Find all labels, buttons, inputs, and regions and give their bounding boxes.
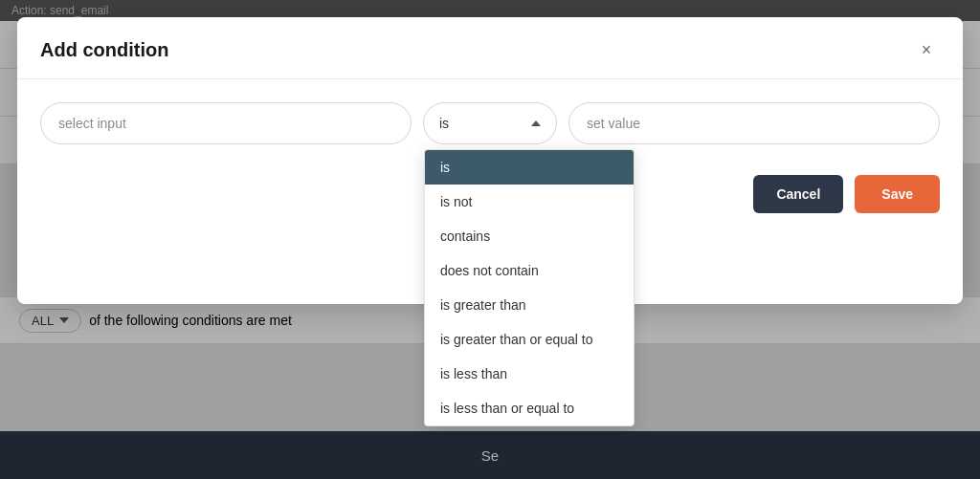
select-input-field[interactable]: select input: [40, 102, 412, 144]
operator-dropdown[interactable]: is is is not contains does not contain i…: [423, 102, 557, 144]
operator-dropdown-menu: is is not contains does not contain is g…: [424, 149, 635, 426]
dropdown-item-is-greater-than-or-equal-to[interactable]: is greater than or equal to: [425, 322, 634, 357]
dropdown-item-is-greater-than[interactable]: is greater than: [425, 288, 634, 322]
set-value-placeholder: set value: [587, 116, 640, 131]
modal-header: Add condition ×: [17, 17, 963, 79]
dropdown-item-does-not-contain[interactable]: does not contain: [425, 253, 634, 288]
dropdown-item-is-less-than[interactable]: is less than: [425, 357, 634, 391]
modal-close-button[interactable]: ×: [913, 36, 940, 63]
dropdown-item-is[interactable]: is: [425, 150, 634, 185]
modal-body: select input is is is not contains does …: [17, 79, 963, 163]
chevron-up-icon: [531, 120, 541, 126]
dropdown-item-is-less-than-or-equal-to[interactable]: is less than or equal to: [425, 391, 634, 425]
cancel-button[interactable]: Cancel: [753, 175, 843, 213]
modal-title: Add condition: [40, 39, 168, 61]
select-input-placeholder: select input: [58, 116, 126, 131]
condition-row: select input is is is not contains does …: [40, 102, 940, 144]
set-value-field[interactable]: set value: [568, 102, 940, 144]
save-button[interactable]: Save: [855, 175, 940, 213]
modal: Add condition × select input is is is no…: [17, 17, 963, 304]
dropdown-item-contains[interactable]: contains: [425, 219, 634, 253]
operator-value: is: [439, 116, 449, 131]
dropdown-item-is-not[interactable]: is not: [425, 185, 634, 219]
